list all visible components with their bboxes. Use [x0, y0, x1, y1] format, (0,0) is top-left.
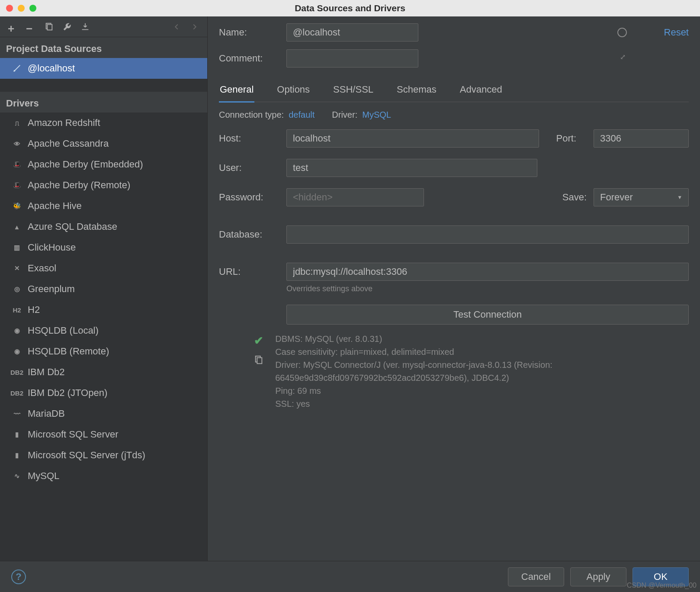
expand-icon[interactable]: ⤢	[620, 53, 626, 61]
help-icon[interactable]: ?	[11, 569, 26, 584]
driver-label: MySQL	[28, 470, 59, 482]
result-text: DBMS: MySQL (ver. 8.0.31) Case sensitivi…	[275, 332, 689, 410]
hsqldb-icon: ◉	[11, 346, 22, 357]
apply-button[interactable]: Apply	[570, 567, 626, 586]
driver-label: Greenplum	[28, 283, 75, 295]
driver-item[interactable]: ⎍Amazon Redshift	[0, 113, 207, 133]
comment-input[interactable]	[286, 49, 418, 68]
driver-item[interactable]: 🐝Apache Hive	[0, 196, 207, 216]
driver-label: Microsoft SQL Server	[28, 429, 118, 440]
tab-options[interactable]: Options	[276, 80, 311, 102]
driver-item[interactable]: ◉HSQLDB (Local)	[0, 320, 207, 341]
mssql-icon: ▮	[11, 429, 22, 440]
db2-icon: DB2	[11, 387, 22, 399]
window-title: Data Sources and Drivers	[295, 3, 405, 13]
driver-item[interactable]: ◎Greenplum	[0, 279, 207, 299]
datasource-icon	[11, 63, 22, 74]
driver-item[interactable]: 🎩Apache Derby (Embedded)	[0, 154, 207, 175]
test-connection-button[interactable]: Test Connection	[286, 305, 689, 325]
data-source-item[interactable]: @localhost	[0, 58, 207, 79]
tab-schemas[interactable]: Schemas	[396, 80, 437, 102]
copy-icon[interactable]	[44, 22, 54, 32]
titlebar: Data Sources and Drivers	[0, 0, 700, 16]
check-icon: ✔	[254, 334, 263, 347]
driver-label: Exasol	[28, 263, 56, 274]
chevron-down-icon: ▼	[677, 194, 682, 200]
driver-item[interactable]: H2H2	[0, 299, 207, 320]
fields: Host: Port: User: Password: Save:	[219, 129, 689, 410]
driver-item[interactable]: DB2IBM Db2	[0, 362, 207, 383]
conn-type-value[interactable]: default	[289, 110, 315, 119]
database-input[interactable]	[286, 225, 689, 244]
driver-item[interactable]: 〰MariaDB	[0, 403, 207, 424]
back-icon[interactable]	[172, 22, 181, 32]
url-input[interactable]	[286, 263, 689, 281]
driver-item[interactable]: ✕Exasol	[0, 258, 207, 279]
driver-item[interactable]: ◉HSQLDB (Remote)	[0, 341, 207, 362]
driver-item[interactable]: ▥ClickHouse	[0, 237, 207, 258]
host-input[interactable]	[286, 129, 539, 148]
host-label: Host:	[219, 133, 279, 144]
data-sources-window: Data Sources and Drivers + −	[0, 0, 700, 592]
password-label: Password:	[219, 192, 279, 203]
user-input[interactable]	[286, 159, 537, 177]
password-input[interactable]	[286, 188, 424, 206]
add-icon[interactable]: +	[8, 22, 17, 32]
driver-item[interactable]: ▲Azure SQL Database	[0, 216, 207, 237]
reset-link[interactable]: Reset	[638, 27, 689, 38]
driver-item[interactable]: 👁Apache Cassandra	[0, 133, 207, 154]
svg-rect-4	[257, 358, 262, 364]
database-label: Database:	[219, 229, 279, 240]
driver-item[interactable]: 🎩Apache Derby (Remote)	[0, 175, 207, 196]
hive-icon: 🐝	[11, 200, 22, 212]
name-input[interactable]	[286, 23, 418, 42]
driver-item[interactable]: ∿MySQL	[0, 466, 207, 486]
watermark: CSDN @Vermouth_00	[627, 582, 697, 589]
driver-label: HSQLDB (Local)	[28, 325, 99, 336]
save-label: Save:	[562, 192, 587, 203]
import-icon[interactable]	[80, 22, 90, 32]
driver-label: Driver:	[332, 110, 357, 119]
azure-icon: ▲	[11, 221, 22, 232]
tabs: GeneralOptionsSSH/SSLSchemasAdvanced	[219, 80, 689, 102]
save-select[interactable]: Forever ▼	[594, 188, 689, 206]
copy-result-icon[interactable]	[254, 355, 263, 367]
dialog-body: + − Project Data Sources	[0, 16, 700, 561]
comment-label: Comment:	[219, 53, 279, 64]
forward-icon[interactable]	[190, 22, 199, 32]
tab-ssh-ssl[interactable]: SSH/SSL	[332, 80, 374, 102]
driver-value[interactable]: MySQL	[362, 110, 391, 119]
tab-general[interactable]: General	[219, 80, 254, 103]
driver-label: Apache Derby (Embedded)	[28, 159, 143, 170]
port-input[interactable]	[594, 129, 689, 148]
section-header-project: Project Data Sources	[0, 37, 207, 58]
port-label: Port:	[556, 133, 576, 144]
color-indicator-icon[interactable]	[617, 28, 627, 37]
drivers-list: ⎍Amazon Redshift👁Apache Cassandra🎩Apache…	[0, 113, 207, 486]
driver-item[interactable]: DB2IBM Db2 (JTOpen)	[0, 383, 207, 403]
driver-label: H2	[28, 304, 40, 315]
minimize-window-icon[interactable]	[18, 5, 25, 12]
section-header-drivers: Drivers	[0, 92, 207, 113]
data-source-label: @localhost	[28, 63, 75, 74]
driver-item[interactable]: ▮Microsoft SQL Server (jTds)	[0, 445, 207, 466]
mssql-icon: ▮	[11, 450, 22, 461]
driver-label: HSQLDB (Remote)	[28, 346, 109, 357]
dialog-footer: ? Cancel Apply OK	[0, 561, 700, 592]
exasol-icon: ✕	[11, 263, 22, 274]
editor-panel: Name: Reset Comment: ⤢ GeneralOptionsSSH…	[208, 16, 700, 561]
greenplum-icon: ◎	[11, 283, 22, 295]
driver-label: Apache Hive	[28, 200, 82, 212]
driver-label: Azure SQL Database	[28, 221, 117, 232]
h2-icon: H2	[11, 304, 22, 315]
close-window-icon[interactable]	[6, 5, 13, 12]
remove-icon[interactable]: −	[26, 22, 35, 32]
zoom-window-icon[interactable]	[29, 5, 36, 12]
cancel-button[interactable]: Cancel	[508, 567, 564, 586]
tab-advanced[interactable]: Advanced	[459, 80, 503, 102]
wrench-icon[interactable]	[62, 22, 72, 32]
driver-item[interactable]: ▮Microsoft SQL Server	[0, 424, 207, 445]
derby-icon: 🎩	[11, 159, 22, 170]
save-value: Forever	[600, 192, 633, 203]
name-label: Name:	[219, 27, 279, 38]
